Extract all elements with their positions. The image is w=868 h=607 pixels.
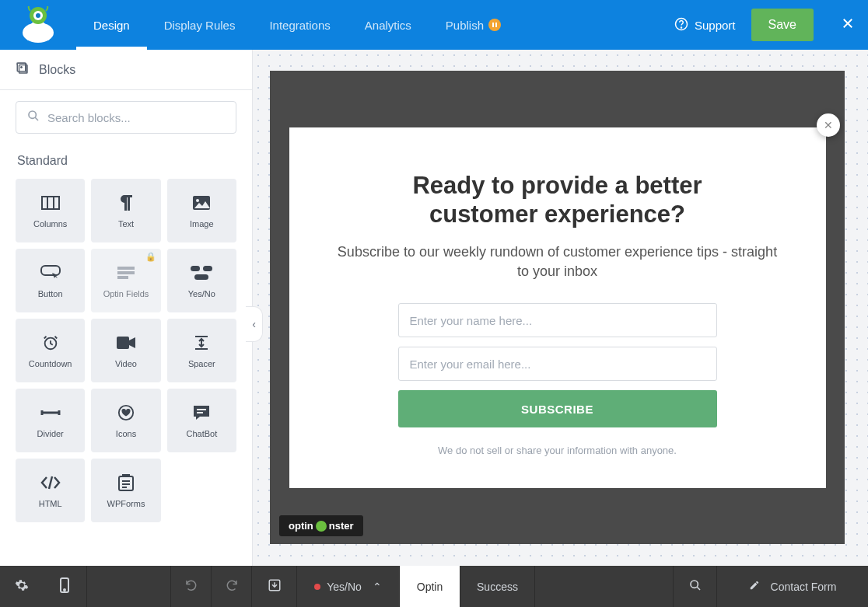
search-campaigns-button[interactable] bbox=[674, 566, 717, 607]
close-button[interactable] bbox=[828, 0, 868, 50]
gear-icon bbox=[15, 578, 29, 595]
popup-subheadline[interactable]: Subscribe to our weekly rundown of custo… bbox=[336, 242, 779, 281]
settings-button[interactable] bbox=[2, 578, 41, 595]
mobile-preview-button[interactable] bbox=[45, 577, 84, 596]
import-button[interactable] bbox=[252, 566, 297, 607]
nav-tab-publish[interactable]: Publish bbox=[429, 0, 518, 50]
name-input[interactable] bbox=[398, 303, 717, 337]
clock-icon bbox=[42, 333, 59, 353]
popup-headline[interactable]: Ready to provide a better customer exper… bbox=[336, 171, 779, 228]
form-icon bbox=[117, 263, 135, 283]
paragraph-icon bbox=[119, 193, 133, 213]
svg-rect-20 bbox=[117, 267, 135, 270]
redo-button[interactable] bbox=[212, 566, 252, 607]
svg-rect-34 bbox=[197, 409, 206, 410]
brand-watermark: optinnster bbox=[279, 515, 363, 536]
download-icon bbox=[268, 578, 282, 595]
svg-rect-22 bbox=[117, 276, 128, 279]
block-html[interactable]: HTML bbox=[16, 459, 85, 522]
campaign-name[interactable]: Contact Form bbox=[717, 566, 868, 607]
chat-icon bbox=[193, 403, 210, 423]
blocks-sidebar: Blocks Standard Columns Text bbox=[0, 50, 253, 566]
block-icons[interactable]: Icons bbox=[91, 389, 160, 452]
chevron-left-icon: ‹ bbox=[252, 318, 256, 330]
search-icon bbox=[689, 579, 702, 595]
sidebar-title: Blocks bbox=[39, 63, 75, 77]
search-icon bbox=[27, 110, 40, 125]
columns-icon bbox=[41, 193, 60, 213]
undo-button[interactable] bbox=[171, 566, 212, 607]
top-nav: Design Display Rules Integrations Analyt… bbox=[0, 0, 868, 50]
view-yes-no[interactable]: Yes/No ⌃ bbox=[297, 566, 400, 607]
svg-point-12 bbox=[29, 111, 36, 118]
svg-point-3 bbox=[36, 13, 40, 18]
lock-icon: 🔒 bbox=[145, 252, 156, 262]
section-standard: Standard bbox=[0, 140, 252, 179]
nav-tab-analytics[interactable]: Analytics bbox=[348, 0, 429, 50]
svg-point-43 bbox=[691, 581, 698, 588]
pencil-icon bbox=[749, 580, 760, 593]
preview-frame: ✕ Ready to provide a better customer exp… bbox=[270, 71, 845, 544]
divider-icon bbox=[40, 403, 61, 423]
svg-rect-25 bbox=[194, 274, 208, 280]
block-yes-no[interactable]: Yes/No bbox=[167, 249, 236, 312]
svg-point-7 bbox=[681, 26, 681, 27]
support-label: Support bbox=[695, 19, 736, 32]
svg-rect-24 bbox=[203, 266, 212, 271]
status-dot-icon bbox=[314, 584, 320, 590]
block-image[interactable]: Image bbox=[167, 179, 236, 242]
subscribe-button[interactable]: SUBSCRIBE bbox=[398, 390, 717, 427]
sidebar-header: Blocks bbox=[0, 50, 252, 90]
privacy-note[interactable]: We do not sell or share your information… bbox=[438, 445, 677, 456]
nav-tab-integrations[interactable]: Integrations bbox=[252, 0, 347, 50]
svg-rect-35 bbox=[197, 412, 203, 413]
code-icon bbox=[40, 473, 61, 493]
view-success[interactable]: Success bbox=[460, 566, 535, 607]
wpforms-icon bbox=[118, 473, 134, 493]
spacer-icon bbox=[194, 333, 209, 353]
toggle-icon bbox=[191, 263, 212, 283]
block-divider[interactable]: Divider bbox=[16, 389, 85, 452]
block-spacer[interactable]: Spacer bbox=[167, 319, 236, 382]
block-button[interactable]: Button bbox=[16, 249, 85, 312]
view-optin[interactable]: Optin bbox=[400, 566, 460, 607]
close-icon: ✕ bbox=[824, 119, 833, 131]
block-columns[interactable]: Columns bbox=[16, 179, 85, 242]
chevron-up-icon: ⌃ bbox=[373, 581, 382, 593]
optin-popup[interactable]: ✕ Ready to provide a better customer exp… bbox=[289, 127, 826, 488]
block-wpforms[interactable]: WPForms bbox=[91, 459, 160, 522]
collapse-sidebar-button[interactable]: ‹ bbox=[246, 306, 263, 342]
popup-close-button[interactable]: ✕ bbox=[817, 113, 840, 137]
block-optin-fields[interactable]: 🔒 Optin Fields bbox=[91, 249, 160, 312]
svg-rect-14 bbox=[42, 197, 59, 209]
block-text[interactable]: Text bbox=[91, 179, 160, 242]
undo-icon bbox=[184, 578, 198, 595]
svg-rect-21 bbox=[117, 271, 135, 274]
image-icon bbox=[193, 193, 210, 213]
block-countdown[interactable]: Countdown bbox=[16, 319, 85, 382]
save-button[interactable]: Save bbox=[751, 9, 814, 41]
nav-tab-display-rules[interactable]: Display Rules bbox=[147, 0, 253, 50]
help-icon bbox=[674, 17, 688, 33]
button-icon bbox=[40, 263, 61, 283]
blocks-icon bbox=[16, 61, 30, 78]
svg-line-44 bbox=[697, 587, 700, 590]
video-icon bbox=[117, 333, 135, 353]
block-chatbot[interactable]: ChatBot bbox=[167, 389, 236, 452]
search-input[interactable] bbox=[47, 111, 225, 124]
brand-logo bbox=[0, 0, 76, 50]
email-input[interactable] bbox=[398, 347, 717, 381]
close-icon bbox=[841, 16, 855, 33]
svg-point-18 bbox=[196, 199, 199, 202]
svg-rect-23 bbox=[191, 266, 200, 271]
support-link[interactable]: Support bbox=[659, 17, 751, 33]
nav-tab-design[interactable]: Design bbox=[76, 0, 147, 50]
svg-rect-4 bbox=[492, 23, 494, 27]
block-video[interactable]: Video bbox=[91, 319, 160, 382]
popup-form: SUBSCRIBE We do not sell or share your i… bbox=[336, 303, 779, 456]
svg-point-41 bbox=[64, 589, 65, 591]
search-blocks[interactable] bbox=[16, 101, 236, 134]
mobile-icon bbox=[60, 577, 69, 596]
nav-tabs: Design Display Rules Integrations Analyt… bbox=[76, 0, 518, 50]
heart-icon bbox=[117, 403, 135, 423]
